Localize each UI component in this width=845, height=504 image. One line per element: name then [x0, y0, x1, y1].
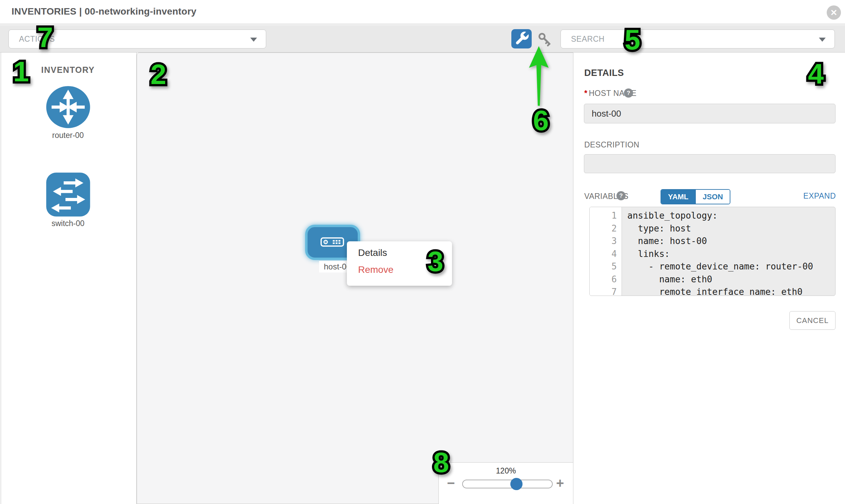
chevron-down-icon	[250, 38, 257, 42]
host-name-help-icon[interactable]: ?	[624, 88, 633, 97]
sidebar-title: INVENTORY	[0, 65, 136, 75]
code-line: name: eth0	[627, 274, 835, 287]
line-number: 3	[590, 236, 621, 249]
inventory-topology-screen: INVENTORIES | 00-networking-inventory ✕ …	[0, 0, 845, 504]
description-input[interactable]	[584, 154, 835, 173]
code-line: remote_interface_name: eth0	[627, 287, 835, 296]
editor-line-numbers: 1 2 3 4 5 6 7	[590, 207, 622, 295]
host-name-input[interactable]	[584, 104, 835, 123]
expand-link[interactable]: EXPAND	[790, 192, 836, 201]
actions-dropdown[interactable]: ACTIONS	[8, 30, 266, 49]
wrench-icon	[511, 29, 532, 49]
cancel-button[interactable]: CANCEL	[789, 311, 835, 330]
toolbar: ACTIONS SEARCH	[0, 25, 845, 53]
code-line: ansible_topology:	[627, 211, 835, 223]
chevron-down-icon	[819, 38, 826, 42]
zoom-out-button[interactable]: −	[447, 476, 455, 490]
node-context-menu: Details Remove	[347, 241, 452, 286]
variables-code-editor[interactable]: 1 2 3 4 5 6 7 ansible_topology: type: ho…	[589, 207, 835, 296]
code-line: - remote_device_name: router-00	[627, 261, 835, 274]
sidebar-item-label: router-00	[0, 131, 136, 140]
page-title: INVENTORIES | 00-networking-inventory	[12, 6, 196, 17]
close-icon[interactable]: ✕	[827, 5, 841, 20]
line-number: 4	[590, 249, 621, 262]
zoom-slider-thumb[interactable]	[510, 478, 523, 490]
line-number: 2	[590, 223, 621, 236]
toolbar-wrench-button[interactable]	[511, 29, 532, 49]
variables-help-icon[interactable]: ?	[616, 191, 626, 200]
actions-dropdown-label: ACTIONS	[19, 35, 55, 44]
code-line: links:	[627, 249, 835, 262]
context-menu-item-details[interactable]: Details	[358, 248, 387, 258]
sidebar-item-switch[interactable]	[43, 172, 93, 217]
code-line: name: host-00	[627, 236, 835, 249]
description-label: DESCRIPTION	[584, 140, 639, 149]
search-dropdown-label: SEARCH	[571, 35, 604, 44]
code-line: type: host	[627, 223, 835, 236]
details-panel-title: DETAILS	[584, 68, 624, 78]
header-bar: INVENTORIES | 00-networking-inventory ✕	[0, 0, 845, 24]
editor-code-area[interactable]: ansible_topology: type: host name: host-…	[622, 207, 835, 295]
required-asterisk: *	[584, 89, 587, 97]
line-number: 5	[590, 261, 621, 274]
toolbar-key-button[interactable]	[538, 32, 552, 47]
switch-icon	[43, 172, 93, 217]
router-icon	[45, 85, 91, 129]
svg-text:4: 4	[808, 58, 824, 90]
toggle-yaml-button[interactable]: YAML	[661, 190, 695, 204]
variables-format-toggle: YAML JSON	[661, 189, 730, 204]
context-menu-item-remove[interactable]: Remove	[358, 264, 393, 275]
annotation-number-4: 4	[794, 53, 838, 94]
line-number: 1	[590, 211, 621, 223]
sidebar-item-label: switch-00	[0, 219, 136, 228]
search-dropdown[interactable]: SEARCH	[561, 30, 835, 49]
zoom-in-button[interactable]: +	[556, 476, 564, 490]
host-icon	[319, 237, 346, 247]
line-number: 6	[590, 274, 621, 287]
toggle-json-button[interactable]: JSON	[695, 190, 730, 204]
zoom-slider-track[interactable]	[462, 480, 553, 488]
sidebar-item-router[interactable]	[45, 85, 91, 129]
line-number: 7	[590, 287, 621, 296]
key-icon	[538, 32, 552, 47]
zoom-level-value: 120%	[438, 466, 574, 475]
